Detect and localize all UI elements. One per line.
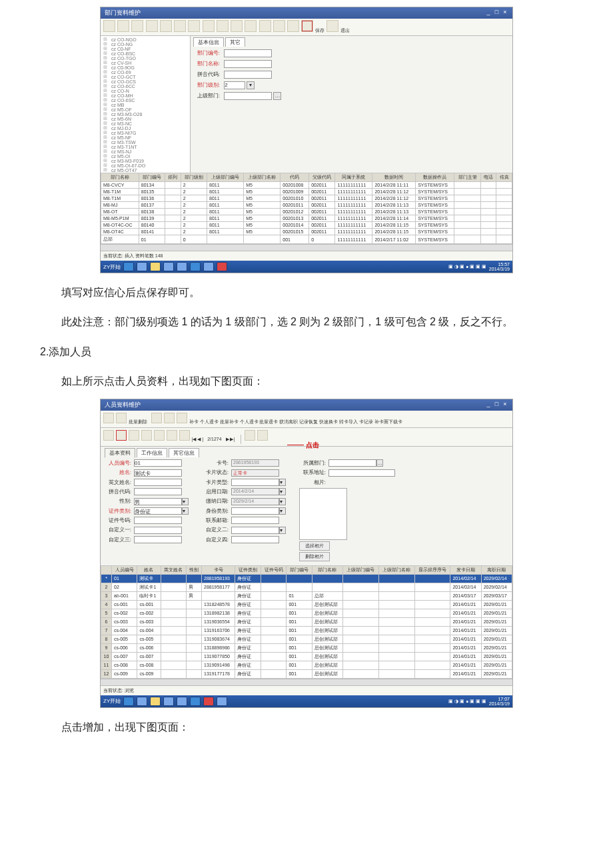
custom1-input[interactable] <box>134 527 182 534</box>
tree-node[interactable]: cz CO-GCS <box>103 79 190 84</box>
table-row[interactable]: 202测试卡1男2881958177身份证2014/02/142029/02/1… <box>101 583 512 591</box>
col-header[interactable]: 同属于系统 <box>335 173 372 182</box>
table-row[interactable]: M8-MJ8013728011M500201011002011111111111… <box>101 202 512 209</box>
return-date-dropdown-icon[interactable]: ▾ <box>279 498 286 505</box>
tree-node[interactable]: cz M5-OI <box>103 154 190 159</box>
email-input[interactable] <box>231 517 279 524</box>
tb-9[interactable] <box>217 20 229 32</box>
tab-basic[interactable]: 基本信息 <box>193 37 224 47</box>
tree-node[interactable]: cz CO-GCT <box>103 75 190 79</box>
col-header[interactable]: 英文姓名 <box>161 565 186 574</box>
tb2-shield-icon[interactable] <box>190 697 201 706</box>
tree-node[interactable]: cz M3-M3-O28 <box>103 112 190 117</box>
close-icon[interactable]: × <box>502 9 508 15</box>
tree-node[interactable]: cz C0-NF <box>103 47 190 51</box>
col-header[interactable]: 部门名称 <box>101 173 139 182</box>
tb-ie-icon[interactable] <box>123 262 134 271</box>
tree-node[interactable]: cz CO-69 <box>103 70 190 75</box>
tree-node[interactable]: cz CO-NGO <box>103 37 190 42</box>
tree-node[interactable]: cz CO-BSC <box>103 51 190 56</box>
t2-btn1[interactable] <box>103 413 114 423</box>
tb-app7-icon[interactable] <box>203 262 214 271</box>
select-photo-button[interactable]: 选择相片 <box>299 541 330 551</box>
add-button[interactable] <box>116 430 127 441</box>
minimize-icon[interactable]: _ <box>485 401 492 407</box>
table-row[interactable]: 11cs-008cs-0081319091498身份证001思创测试部2014/… <box>101 661 512 669</box>
taskbar-2[interactable]: ZY开始 ▣ ◑ ▣ ∎ ▣ ▣ ▣ 17:07 2014/3/19 <box>101 695 512 707</box>
col-header[interactable]: 证件类别 <box>235 565 261 574</box>
col-header[interactable]: 显示排序序号 <box>414 565 450 574</box>
tb-8[interactable] <box>203 20 215 32</box>
tab-other-info[interactable]: 其它信息 <box>169 448 199 457</box>
name-input[interactable]: 测试卡 <box>134 469 182 477</box>
idtype2-select[interactable] <box>231 507 279 515</box>
tree-node[interactable]: cz M3-NI7G <box>103 131 190 135</box>
col-header[interactable]: 上级部门名称 <box>378 565 414 574</box>
tb-13[interactable] <box>273 20 285 32</box>
col-header[interactable]: 发卡日期 <box>450 565 481 574</box>
maximize-icon[interactable]: □ <box>493 9 500 15</box>
pinyin-input[interactable] <box>224 71 272 79</box>
t2-btn4[interactable] <box>164 413 175 423</box>
tb-add-btn[interactable] <box>103 20 115 32</box>
pager-prev[interactable]: |◀ ◀ | <box>192 437 204 441</box>
tb-edit-btn[interactable] <box>117 20 129 32</box>
idnum-input[interactable] <box>134 517 182 524</box>
tb-7[interactable] <box>188 20 200 32</box>
tree-node[interactable]: cz MJ-DJ <box>103 126 190 131</box>
start-button-2[interactable]: ZY开始 <box>103 697 121 705</box>
t2-b6[interactable] <box>167 430 177 441</box>
idtype-dropdown-icon[interactable]: ▾ <box>182 507 189 515</box>
tb-app5-icon[interactable] <box>177 262 187 271</box>
col-header[interactable]: 排列 <box>165 173 181 182</box>
tree-node[interactable]: cz MB <box>103 103 190 107</box>
tree-node[interactable]: cz M5-OI-67-DO <box>103 163 190 168</box>
exit-button[interactable] <box>326 20 338 32</box>
tree-node[interactable]: cz CO-NG <box>103 42 190 47</box>
h-scrollbar-2[interactable] <box>101 679 512 685</box>
tray-icons[interactable]: ▣ ◑ ▣ ∎ ▣ ▣ ▣ <box>448 264 486 269</box>
upper-dept-input[interactable] <box>224 92 272 100</box>
table-row[interactable]: M8-T1M8013628011M50020101000201111111111… <box>101 195 512 202</box>
col-header[interactable]: 上级部门编号 <box>342 565 378 574</box>
taskbar[interactable]: ZY开始 ▣ ◑ ▣ ∎ ▣ ▣ ▣ 15:57 2014/3/19 <box>101 261 512 273</box>
col-header[interactable]: 上级部门名称 <box>244 173 281 182</box>
addr-input[interactable] <box>328 469 395 477</box>
tb-del-btn[interactable] <box>131 20 143 32</box>
pager-next[interactable]: ▶ ▶| <box>226 437 235 441</box>
start-button[interactable]: ZY开始 <box>103 263 121 271</box>
col-header[interactable]: 性别 <box>186 565 201 574</box>
dept-lookup-icon[interactable]: … <box>376 459 383 467</box>
table-row[interactable]: 10cs-007cs-0071319077850身份证001思创测试部2014/… <box>101 652 512 661</box>
idtype-select[interactable]: 身份证 <box>134 507 182 515</box>
dept-level-dropdown-icon[interactable]: ▾ <box>247 81 255 89</box>
t2-b4[interactable] <box>141 430 152 441</box>
tab-other[interactable]: 其它 <box>225 37 245 47</box>
dept-code-input[interactable] <box>224 49 272 57</box>
tree-node[interactable]: cz C0-9OG <box>103 65 190 70</box>
col-header[interactable]: 数据时间 <box>372 173 416 182</box>
t2-b8[interactable] <box>245 430 255 441</box>
tb-shield-icon[interactable] <box>190 262 201 271</box>
tree-node[interactable]: cz M3-M3-F019 <box>103 159 190 163</box>
tree-node[interactable]: cz M3-NC <box>103 121 190 126</box>
tb-app8-icon[interactable] <box>217 262 227 271</box>
tree-node[interactable]: cz M3-TSW <box>103 140 190 145</box>
maximize-icon[interactable]: □ <box>493 401 500 407</box>
custom4-input[interactable] <box>231 536 279 543</box>
col-header[interactable]: 部门编号 <box>287 565 312 574</box>
col-header[interactable]: 传真 <box>496 173 512 182</box>
col-header[interactable]: 部门主管 <box>454 173 480 182</box>
tree-node[interactable]: cz MS-NJ <box>103 149 190 154</box>
custom2-dropdown-icon[interactable]: ▾ <box>279 527 286 534</box>
col-header[interactable]: 部门级别 <box>181 173 207 182</box>
table-row[interactable]: 7cs-004cs-0041319163706身份证001思创测试部2014/0… <box>101 626 512 635</box>
t2-b9[interactable] <box>257 430 268 441</box>
person-code-input[interactable]: 01 <box>134 459 182 467</box>
cardtype-dropdown-icon[interactable]: ▾ <box>279 479 286 486</box>
tb2-folder-icon[interactable] <box>150 697 161 706</box>
table-row[interactable]: M8-T1M8013528011M50020100900201111111111… <box>101 189 512 195</box>
t2-b3[interactable] <box>129 430 139 441</box>
tree-node[interactable]: cz CV-SH <box>103 61 190 65</box>
col-header[interactable]: 人员编号 <box>112 565 137 574</box>
